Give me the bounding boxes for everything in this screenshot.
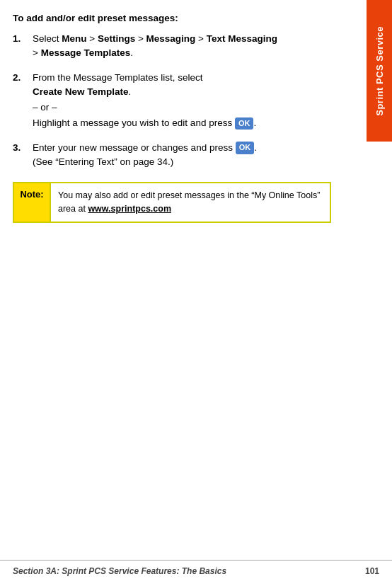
main-content: To add and/or edit preset messages: 1. S… xyxy=(0,0,367,236)
step-3-content: Enter your new message or changes and pr… xyxy=(33,141,331,170)
footer-left: Section 3A: Sprint PCS Service Features:… xyxy=(13,566,226,576)
note-content: You may also add or edit preset messages… xyxy=(51,183,330,222)
step-2-content: From the Message Templates list, select … xyxy=(33,71,331,131)
note-link[interactable]: www.sprintpcs.com xyxy=(88,204,171,214)
footer: Section 3A: Sprint PCS Service Features:… xyxy=(0,560,392,576)
intro-text: To add and/or edit preset messages: xyxy=(13,13,331,23)
or-line: – or – xyxy=(33,100,331,115)
note-box: Note: You may also add or edit preset me… xyxy=(13,182,331,223)
ok-button-2: OK xyxy=(236,142,255,154)
ok-button-1: OK xyxy=(235,117,254,130)
step-3: 3. Enter your new message or changes and… xyxy=(13,141,331,170)
step-1-number: 1. xyxy=(13,32,33,46)
step-2: 2. From the Message Templates list, sele… xyxy=(13,71,331,131)
step-3-number: 3. xyxy=(13,141,33,155)
step-2-number: 2. xyxy=(13,71,33,85)
side-tab-label: Sprint PCS Service xyxy=(374,26,385,116)
step-1-content: Select Menu > Settings > Messaging > Tex… xyxy=(33,32,331,61)
page-container: Sprint PCS Service To add and/or edit pr… xyxy=(0,0,392,586)
steps-list: 1. Select Menu > Settings > Messaging > … xyxy=(13,32,331,169)
footer-right: 101 xyxy=(365,566,379,576)
step-1: 1. Select Menu > Settings > Messaging > … xyxy=(13,32,331,61)
side-tab: Sprint PCS Service xyxy=(367,0,392,142)
note-label: Note: xyxy=(14,183,51,222)
